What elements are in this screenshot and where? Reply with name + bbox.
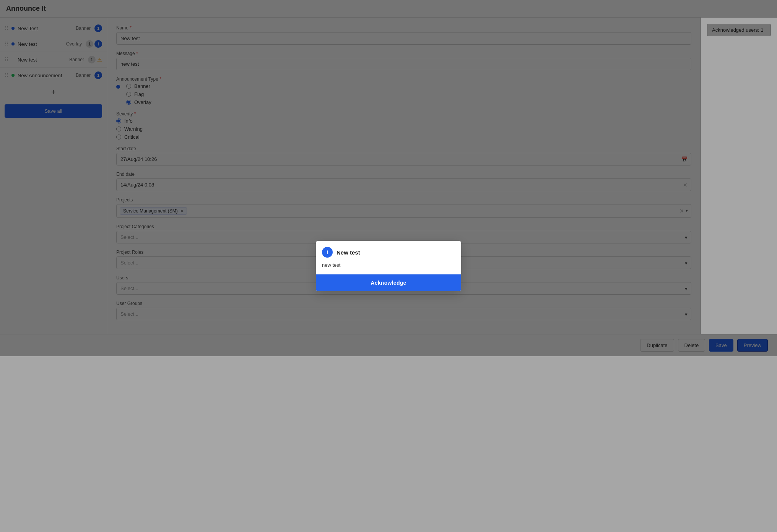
modal-overlay[interactable]: i New test new test Acknowledge [0,0,777,532]
modal-footer: Acknowledge [316,274,461,291]
modal-title: New test [336,249,360,256]
modal-header: i New test [316,241,461,262]
modal-dialog: i New test new test Acknowledge [316,241,461,291]
modal-info-icon: i [322,247,333,258]
modal-body: new test [316,262,461,274]
acknowledge-button[interactable]: Acknowledge [316,274,461,291]
